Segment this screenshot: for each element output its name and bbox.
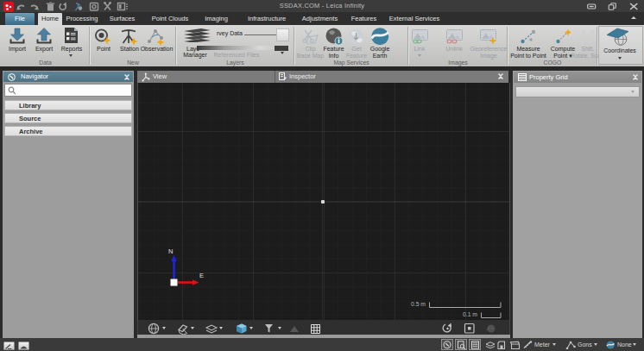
svg-text:N: N <box>168 248 173 255</box>
svg-text:E: E <box>199 272 204 279</box>
